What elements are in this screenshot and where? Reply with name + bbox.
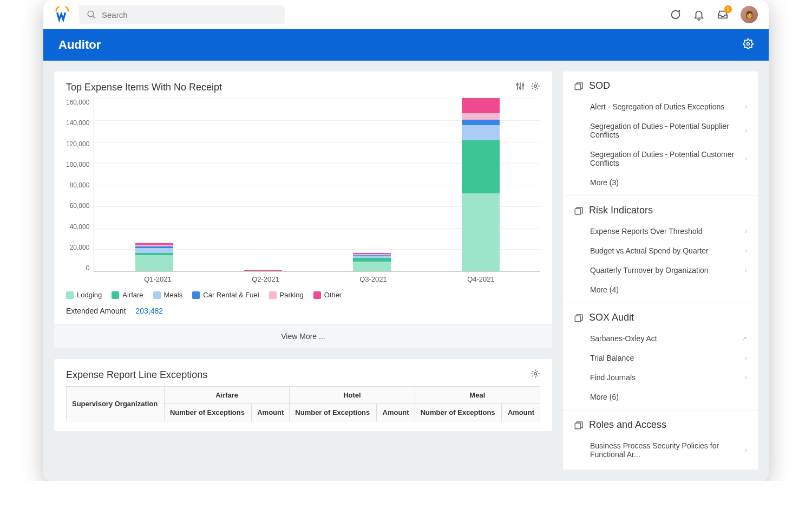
svg-point-9 [534, 85, 537, 88]
side-section-title: SOX Audit [589, 312, 634, 323]
chat-icon[interactable] [669, 9, 681, 21]
table-header-sub: Number of Exceptions [415, 404, 502, 421]
chevron-right-icon: › [745, 354, 747, 362]
table-header-sub: Amount [251, 404, 290, 421]
chevron-right-icon: › [745, 374, 747, 381]
side-section-title: Roles and Access [589, 419, 666, 431]
chart-filter-button[interactable] [515, 81, 525, 93]
legend-item[interactable]: Lodging [66, 291, 102, 299]
chevron-right-icon: › [745, 227, 747, 235]
svg-rect-11 [575, 84, 581, 90]
side-panel: SODAlert - Segregation of Duties Excepti… [563, 71, 758, 470]
chart-x-axis: Q1-2021Q2-2021Q3-2021Q4-2021 [99, 275, 540, 283]
side-more-link[interactable]: More (4) [574, 280, 747, 297]
inbox-icon[interactable]: 5 [717, 9, 729, 21]
chart-bar[interactable] [353, 253, 391, 271]
chart-bar[interactable] [135, 243, 173, 271]
chart-y-axis: 160,000140,000120,000100,00080,00060,000… [66, 99, 94, 272]
chart-bar-segment[interactable] [244, 271, 282, 271]
chart-bar-segment[interactable] [462, 120, 500, 125]
svg-point-10 [534, 373, 537, 375]
side-item[interactable]: Segregation of Duties - Potential Custom… [574, 145, 747, 173]
extended-amount-value[interactable]: 203,482 [136, 307, 163, 315]
worklet-icon [574, 420, 584, 430]
side-section-title: Risk Indicators [589, 205, 653, 216]
view-more-button[interactable]: View More ... [54, 324, 552, 348]
gear-icon [531, 81, 540, 91]
page-settings-button[interactable] [743, 38, 754, 51]
table-settings-button[interactable] [531, 369, 540, 381]
worklet-icon [574, 206, 584, 216]
avatar[interactable]: 👩 [741, 6, 758, 23]
svg-rect-13 [575, 316, 581, 322]
svg-point-0 [88, 11, 94, 17]
inbox-badge: 5 [724, 5, 732, 13]
side-item[interactable]: Segregation of Duties - Potential Suppli… [574, 116, 747, 145]
workday-logo[interactable] [54, 6, 70, 23]
side-item[interactable]: Budget vs Actual Spend by Quarter› [574, 241, 747, 260]
table-header-group: Hotel [290, 387, 415, 404]
side-section: Roles and AccessBusiness Process Securit… [563, 411, 758, 470]
chart-bar[interactable] [462, 98, 500, 271]
chart-card: Top Expense Items With No Receipt 160,00… [54, 71, 552, 348]
chart-bar-segment[interactable] [135, 255, 173, 271]
chart-bar-segment[interactable] [462, 113, 500, 120]
page-title: Auditor [58, 38, 101, 52]
side-section: SODAlert - Segregation of Duties Excepti… [563, 71, 758, 196]
side-item[interactable]: Find Journals› [574, 368, 747, 387]
bell-icon[interactable] [693, 9, 705, 21]
search-input[interactable] [102, 10, 277, 19]
side-item[interactable]: Sarbanes-Oxley Act↗ [574, 329, 747, 348]
svg-point-6 [516, 84, 518, 86]
chart-bar-segment[interactable] [462, 140, 500, 193]
chevron-right-icon: › [745, 266, 747, 274]
chart-bar-segment[interactable] [462, 125, 500, 140]
chevron-right-icon: › [745, 247, 747, 255]
legend-item[interactable]: Other [313, 291, 342, 299]
table-header-group: Meal [415, 387, 540, 404]
side-item[interactable]: Trial Balance› [574, 348, 747, 368]
side-item[interactable]: Quarterly Turnover by Organization› [574, 260, 747, 280]
sliders-icon [515, 81, 525, 91]
search-icon [87, 10, 96, 19]
legend-item[interactable]: Car Rental & Fuel [192, 291, 259, 299]
search-box[interactable] [79, 5, 285, 24]
chart-bar-segment[interactable] [462, 193, 500, 271]
chart-bar-segment[interactable] [353, 258, 391, 262]
legend-item[interactable]: Airfare [112, 291, 143, 299]
legend-item[interactable]: Meals [153, 291, 183, 299]
chevron-right-icon: › [745, 446, 747, 454]
side-more-link[interactable]: More (3) [574, 173, 747, 190]
table-header-sub: Amount [376, 404, 415, 421]
chevron-right-icon: › [745, 127, 747, 134]
side-item[interactable]: Business Process Security Policies for F… [574, 436, 747, 464]
chart-bar-segment[interactable] [353, 262, 391, 271]
topbar: 5 👩 [43, 0, 769, 29]
chart-bar-segment[interactable] [462, 98, 500, 113]
side-more-link[interactable]: More (6) [574, 387, 747, 405]
svg-point-2 [747, 43, 750, 45]
table-header-group: Airfare [164, 387, 289, 404]
side-item[interactable]: Alert - Segregation of Duties Exceptions… [574, 97, 747, 116]
extended-amount-label: Extended Amount [66, 307, 126, 315]
chart-bar-segment[interactable] [135, 248, 173, 253]
exceptions-table: Supervisory OrganizationAirfareHotelMeal… [66, 386, 540, 421]
svg-rect-12 [575, 209, 581, 214]
chevron-right-icon: › [745, 103, 747, 110]
svg-line-1 [93, 16, 95, 18]
side-section: Risk IndicatorsExpense Reports Over Thre… [563, 196, 758, 303]
chart-plot[interactable] [94, 99, 540, 272]
gear-icon [743, 38, 754, 49]
table-header-org: Supervisory Organization [67, 387, 165, 421]
chart-settings-button[interactable] [531, 81, 540, 93]
svg-point-7 [520, 87, 521, 89]
worklet-icon [574, 81, 584, 91]
side-item[interactable]: Expense Reports Over Threshold› [574, 222, 747, 241]
table-header-sub: Amount [502, 404, 540, 421]
gear-icon [531, 369, 540, 379]
legend-item[interactable]: Parking [269, 291, 304, 299]
external-link-icon: ↗ [742, 335, 747, 342]
svg-rect-14 [575, 423, 581, 429]
side-section-title: SOD [589, 80, 610, 92]
chart-bar[interactable] [244, 270, 282, 271]
